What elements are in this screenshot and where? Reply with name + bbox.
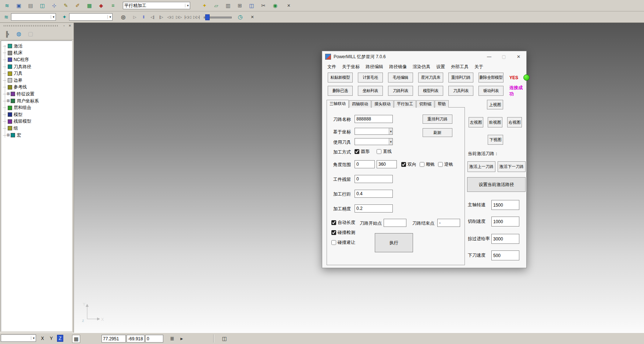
toolbar-close-icon[interactable]: ✕ (286, 3, 292, 8)
circle-checkbox-input[interactable] (355, 149, 359, 154)
coordinate-z-input[interactable] (145, 335, 163, 343)
tree-item[interactable]: 机床 (1, 50, 72, 57)
plunge-feed-input[interactable] (491, 250, 519, 260)
chevron-down-icon[interactable]: ▾ (31, 336, 35, 340)
menu-item[interactable]: 路径编辑 (366, 64, 383, 70)
play-button[interactable]: ▷ (131, 13, 138, 21)
block-icon[interactable]: ▦ (85, 1, 94, 10)
workplane-icon[interactable]: ⊹ (49, 1, 59, 10)
menu-item[interactable]: 外部工具 (451, 64, 469, 70)
conventional-checkbox-input[interactable] (438, 162, 443, 167)
tree-item[interactable]: ⊞ 特征设置 (1, 91, 72, 98)
tab-saw[interactable]: 切割锯 (416, 100, 434, 108)
dialog-action-button[interactable]: 刀具列表 (448, 86, 473, 96)
dialog-titlebar[interactable]: PowerMILL 忆梦星河 7.0.6 — ▢ ✕ (322, 51, 526, 62)
chevron-down-icon[interactable]: ▾ (389, 128, 392, 134)
rewind-button[interactable]: ◁◁ (166, 13, 174, 21)
strategy-list-icon[interactable]: ≡ (108, 1, 118, 10)
activate-next-toolpath-button[interactable]: 激活下一刀路 (498, 161, 526, 172)
panel-grip[interactable]: ▫ ✕ (0, 23, 74, 28)
tree-item[interactable]: 边界 (1, 77, 72, 84)
panel-close-icon[interactable]: ✕ (68, 24, 72, 28)
use-tool-combobox[interactable]: ▾ (355, 138, 393, 145)
chevron-down-icon[interactable]: ▾ (185, 4, 189, 7)
set-active-path-button[interactable]: 设置当前激活路径 (467, 177, 526, 192)
end-point-input[interactable] (437, 219, 460, 227)
axis-z-button[interactable]: Z (57, 335, 63, 342)
angle-to-input[interactable] (377, 160, 397, 168)
tree-item[interactable]: ⊞ 宏 (1, 132, 72, 139)
tree-item[interactable]: ⊞ 用户坐标系 (1, 98, 72, 105)
tool-create-icon[interactable]: ◆ (96, 1, 106, 10)
activate-prev-toolpath-button[interactable]: 激活上一刀路 (467, 161, 495, 172)
execute-button[interactable]: 执行 (375, 233, 413, 252)
dialog-action-button[interactable]: 删除已选 (328, 86, 353, 96)
tool-combobox[interactable]: ▾ (69, 13, 113, 21)
bidir-checkbox-input[interactable] (401, 162, 406, 167)
pause-button[interactable]: ‖ (140, 13, 147, 21)
estimate-icon[interactable]: ▥ (223, 1, 233, 10)
menu-item[interactable]: 渲染仿真 (413, 64, 430, 70)
method-line-checkbox[interactable]: 直线 (377, 148, 392, 155)
step-forward-button[interactable]: |▷ (157, 13, 165, 21)
powermill-icon[interactable]: ≋ (2, 1, 12, 10)
collision-avoid-checkbox-input[interactable] (331, 240, 336, 245)
tile-windows-icon[interactable]: ◫ (221, 335, 228, 342)
auto-length-checkbox[interactable]: 自动长度 (331, 220, 355, 226)
stepover-input[interactable] (355, 190, 393, 198)
slider-handle[interactable] (205, 14, 210, 20)
close-button[interactable]: ✕ (516, 54, 521, 59)
statusbar-combobox[interactable]: ▾ (1, 334, 36, 342)
chevron-down-icon[interactable]: ▾ (51, 15, 54, 19)
line-checkbox-input[interactable] (377, 149, 381, 154)
tab-4axis[interactable]: 四轴联动 (349, 100, 371, 108)
grid-snap-icon[interactable]: ▦ (72, 335, 80, 343)
auto-length-checkbox-input[interactable] (331, 220, 336, 225)
tolerance-input[interactable] (355, 204, 393, 213)
dialog-action-button[interactable]: 星河刀具库 (418, 73, 443, 83)
coord-base-combobox[interactable]: ▾ (355, 128, 393, 135)
tree-expander-icon[interactable]: ⊞ (7, 133, 10, 137)
ghost-tool-icon[interactable]: ▢ (26, 29, 35, 39)
coordinate-x-input[interactable] (102, 335, 126, 343)
tree-item[interactable]: NC程序 (1, 56, 72, 63)
tree-item[interactable]: 组 (1, 125, 72, 132)
explorer-tree-icon[interactable]: ╠ (2, 29, 12, 39)
stock-input[interactable] (355, 175, 393, 183)
conventional-mill-checkbox[interactable]: 逆铣 (438, 161, 453, 168)
toolpath-name-input[interactable] (355, 115, 393, 123)
rearrange-toolpaths-button[interactable]: 重排列刀路 (423, 115, 452, 124)
dialog-action-button[interactable]: 计算毛坯 (358, 73, 383, 83)
tree-item[interactable]: 参考线 (1, 84, 72, 91)
menu-item[interactable]: 关于坐标 (342, 64, 360, 70)
tree-item[interactable]: 残留模型 (1, 118, 72, 125)
viewmill-icon[interactable]: ◉ (270, 1, 280, 10)
spindle-speed-input[interactable] (491, 200, 519, 210)
maximize-button[interactable]: ▢ (501, 54, 506, 59)
simulation-speed-slider[interactable] (204, 14, 232, 20)
viewport[interactable]: Y X Z PowerMILL 忆梦星河 7.0.6 — ▢ ✕ (74, 23, 644, 333)
dialog-action-button[interactable]: 驱动列表 (478, 86, 504, 96)
dialog-action-button[interactable]: 粘贴新模型 (328, 73, 353, 83)
tree-item[interactable]: 刀具路径 (1, 63, 72, 70)
dialog-action-button[interactable]: 毛坯编辑 (388, 73, 413, 83)
left-view-button[interactable]: 左视图 (469, 117, 483, 127)
web-icon[interactable]: ◍ (14, 29, 24, 39)
pointer-icon[interactable]: ▸ (178, 335, 185, 342)
toolbar-close-icon[interactable]: ✕ (249, 14, 255, 20)
rapid-feed-input[interactable] (491, 234, 519, 244)
active-toolpath-icon[interactable]: ✦ (60, 13, 69, 21)
clock-icon[interactable]: ◷ (235, 13, 245, 21)
collision-check-checkbox[interactable]: 碰撞检测 (331, 229, 355, 236)
chevron-down-icon[interactable]: ▾ (107, 15, 111, 19)
minimize-button[interactable]: — (487, 54, 492, 59)
chevron-down-icon[interactable]: ▾ (389, 138, 392, 145)
angle-from-input[interactable] (355, 160, 375, 168)
tree-expander-icon[interactable]: ⊞ (7, 99, 10, 103)
tab-help[interactable]: 帮助 (435, 100, 449, 108)
dialog-action-button[interactable]: 刀路列表 (388, 86, 413, 96)
toolpath-combobox[interactable]: ▾ (11, 13, 56, 21)
menu-item[interactable]: 文件 (327, 64, 336, 70)
tree-item[interactable]: 模型 (1, 111, 72, 118)
step-back-button[interactable]: ◁| (149, 13, 156, 21)
